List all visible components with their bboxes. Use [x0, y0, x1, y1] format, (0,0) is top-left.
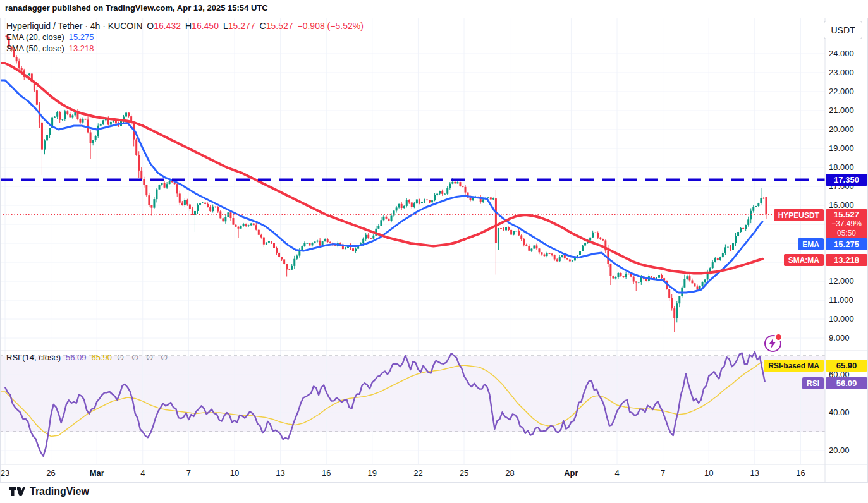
rsi-value: 56.09: [66, 353, 87, 362]
time-axis-label: 22: [404, 468, 432, 478]
ema-legend-row[interactable]: EMA (20, close) 15.275: [6, 32, 364, 42]
ema-value: 15.275: [69, 32, 94, 42]
sma-legend-row[interactable]: SMA (50, close) 13.218: [6, 44, 364, 54]
price-axis-label: 9.000: [829, 333, 850, 342]
tradingview-logo[interactable]: TradingView: [9, 486, 89, 497]
rsi-axis-label: 40.00: [829, 408, 850, 417]
rsi-band-fill: [0, 356, 825, 432]
price-axis-label: 22.000: [829, 87, 854, 96]
symbol-name-chip: HYPEUSDT: [774, 209, 824, 221]
rsi-chip: RSI: [802, 377, 824, 389]
chart-canvas[interactable]: [0, 0, 868, 503]
price-axis-label: 16.000: [829, 200, 854, 210]
currency-unit-button[interactable]: USDT: [824, 21, 862, 39]
ohlc-close: C15.527: [260, 21, 293, 31]
price-axis-label: 20.000: [829, 124, 854, 134]
sma-label: SMA (50, close): [6, 44, 64, 54]
price-axis-label: 18.000: [829, 162, 854, 172]
resistance-level-price-badge: 17.350: [826, 174, 867, 186]
symbol-legend-row[interactable]: Hyperliquid / Tether · 4h · KUCOIN O16.4…: [6, 21, 364, 31]
price-axis-label: 11.000: [829, 295, 853, 305]
sma-price-badge: 13.218: [826, 254, 867, 266]
time-axis-label: 4: [129, 468, 157, 478]
time-axis-label: 10: [695, 468, 723, 478]
tradingview-logo-text: TradingView: [30, 486, 89, 497]
symbol-title: Hyperliquid / Tether · 4h · KUCOIN: [6, 21, 142, 31]
time-axis-label: Mar: [83, 468, 111, 478]
ohlc-change: −0.908 (−5.52%): [298, 21, 364, 31]
sma-value: 13.218: [69, 44, 94, 54]
sma50-line: [0, 63, 762, 273]
rsi-axis-label: 20.00: [829, 445, 850, 455]
ohlc-low: L15.277: [223, 21, 255, 31]
last-price-value: 15.527: [834, 210, 859, 219]
price-axis-label: 19.000: [829, 143, 854, 153]
ema-chip: EMA: [798, 238, 824, 250]
last-price-badge: 15.527 −37.49% 05:50: [826, 209, 867, 239]
ohlc-open: O16.432: [147, 21, 181, 31]
price-axis-label: 10.000: [829, 314, 854, 324]
time-axis-label: Apr: [557, 468, 585, 478]
main-chart-legend[interactable]: Hyperliquid / Tether · 4h · KUCOIN O16.4…: [6, 21, 364, 55]
rsi-ma-value: 65.90: [92, 353, 113, 362]
notification-dot: [774, 333, 783, 341]
time-axis-label: 13: [267, 468, 295, 478]
ema-label: EMA (20, close): [6, 32, 64, 42]
price-axis-label: 23.000: [829, 68, 854, 77]
rsi-label: RSI (14, close): [6, 353, 61, 362]
price-axis-label: 12.000: [829, 276, 854, 286]
time-axis-label: 10: [221, 468, 248, 478]
rsi-ma-value-badge: 65.90: [826, 360, 867, 372]
rsi-ma-chip: RSI-based MA: [764, 360, 824, 372]
time-axis-label: 26: [37, 468, 65, 478]
rsi-value-badge: 56.09: [826, 377, 867, 389]
time-axis-label: 7: [649, 468, 677, 478]
rsi-legend-row[interactable]: RSI (14, close) 56.09 65.90 ∅ ∅ ∅ ∅: [6, 353, 170, 362]
candlestick-series: [6, 35, 767, 332]
sma-chip: SMA:MA: [784, 254, 824, 266]
ema-price-badge: 15.275: [826, 238, 867, 250]
time-axis-label: 7: [174, 468, 202, 478]
time-axis-label: 16: [312, 468, 340, 478]
time-axis-label: 19: [358, 468, 386, 478]
time-axis-label: 28: [496, 468, 524, 478]
ohlc-high: H16.450: [185, 21, 219, 31]
rsi-hidden-values: ∅ ∅ ∅ ∅: [117, 353, 170, 362]
time-axis-label: 25: [450, 468, 478, 478]
time-axis-label: 16: [786, 468, 814, 478]
time-axis-label: 23: [0, 468, 19, 478]
price-axis-label: 21.000: [829, 106, 854, 115]
price-axis-label: 24.000: [829, 49, 854, 58]
time-axis-label: 4: [603, 468, 631, 478]
flash-idea-icon[interactable]: [764, 335, 781, 352]
candle-countdown: 05:50: [837, 229, 856, 238]
time-axis-label: 13: [741, 468, 769, 478]
last-price-change: −37.49%: [831, 219, 862, 229]
tradingview-logomark-icon: [9, 487, 25, 497]
